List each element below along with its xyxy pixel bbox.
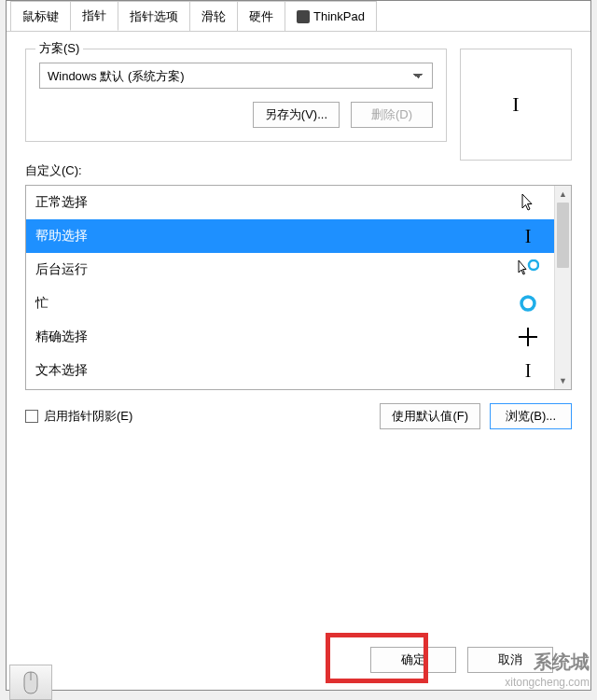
list-item-normal-select[interactable]: 正常选择: [26, 186, 554, 219]
enable-shadow-checkbox[interactable]: 启用指针阴影(E): [25, 408, 132, 425]
browse-button[interactable]: 浏览(B)...: [490, 403, 572, 429]
list-item-busy[interactable]: 忙: [26, 287, 554, 320]
cursor-preview: I: [460, 49, 572, 161]
item-label: 后台运行: [35, 261, 517, 278]
cursor-listbox: 正常选择 帮助选择 I 后台运行: [25, 185, 572, 390]
tab-thinkpad[interactable]: ThinkPad: [285, 1, 377, 31]
arrow-busy-cursor-icon: [517, 259, 539, 281]
crosshair-cursor-icon: [517, 326, 539, 348]
scroll-down-arrow-icon[interactable]: ▼: [555, 372, 571, 389]
busy-cursor-icon: [517, 292, 539, 315]
tab-content: 方案(S) Windows 默认 (系统方案) 另存为(V)... 删除(D) …: [7, 32, 590, 446]
taskbar-mouse-icon[interactable]: [9, 665, 52, 700]
delete-button[interactable]: 删除(D): [351, 102, 433, 128]
ibeam-cursor-icon: I: [517, 359, 539, 382]
tab-label: 硬件: [249, 8, 273, 25]
list-item-text-select[interactable]: 文本选择 I: [26, 354, 554, 387]
tab-bar: 鼠标键 指针 指针选项 滑轮 硬件 ThinkPad: [7, 1, 590, 32]
tab-label: 滑轮: [201, 8, 226, 25]
text-cursor-icon: I: [512, 92, 519, 117]
item-label: 正常选择: [35, 194, 517, 211]
listbox-scrollbar[interactable]: ▲ ▼: [554, 186, 571, 389]
item-label: 精确选择: [35, 329, 517, 345]
tab-label: 鼠标键: [22, 8, 59, 25]
tab-label: 指针: [82, 7, 106, 24]
cancel-button[interactable]: 取消: [467, 647, 553, 673]
scroll-thumb[interactable]: [557, 203, 569, 268]
scroll-up-arrow-icon[interactable]: ▲: [555, 186, 571, 203]
checkbox-label: 启用指针阴影(E): [44, 408, 132, 425]
customize-label: 自定义(C):: [25, 162, 572, 179]
tab-pointer[interactable]: 指针: [70, 1, 118, 31]
tab-label: ThinkPad: [313, 9, 365, 23]
dialog-buttons: 确定 取消: [370, 647, 553, 673]
use-default-button[interactable]: 使用默认值(F): [380, 403, 480, 429]
svg-point-1: [521, 297, 535, 310]
item-label: 帮助选择: [35, 228, 517, 245]
list-item-precision[interactable]: 精确选择: [26, 320, 554, 354]
save-as-button[interactable]: 另存为(V)...: [253, 102, 340, 128]
scroll-track[interactable]: [555, 203, 571, 372]
mouse-properties-window: 鼠标键 指针 指针选项 滑轮 硬件 ThinkPad 方案(S) Windows…: [6, 0, 591, 691]
arrow-cursor-icon: [517, 191, 539, 214]
tab-pointer-options[interactable]: 指针选项: [118, 1, 190, 31]
thinkpad-icon: [297, 10, 310, 23]
tab-hardware[interactable]: 硬件: [237, 1, 285, 31]
item-label: 文本选择: [35, 362, 517, 379]
item-label: 忙: [35, 295, 517, 312]
tab-wheel[interactable]: 滑轮: [189, 1, 238, 31]
scheme-select[interactable]: Windows 默认 (系统方案): [39, 63, 433, 89]
tab-mouse-keys[interactable]: 鼠标键: [10, 1, 71, 31]
list-item-background[interactable]: 后台运行: [26, 253, 554, 287]
svg-point-0: [529, 260, 538, 270]
ok-button[interactable]: 确定: [370, 647, 456, 673]
mouse-icon: [21, 669, 41, 695]
checkbox-box-icon: [25, 410, 38, 423]
text-cursor-icon: I: [517, 225, 539, 247]
scheme-fieldset: 方案(S) Windows 默认 (系统方案) 另存为(V)... 删除(D): [25, 49, 447, 142]
list-item-help-select[interactable]: 帮助选择 I: [26, 219, 554, 253]
scheme-label: 方案(S): [35, 40, 83, 57]
tab-label: 指针选项: [130, 8, 178, 25]
